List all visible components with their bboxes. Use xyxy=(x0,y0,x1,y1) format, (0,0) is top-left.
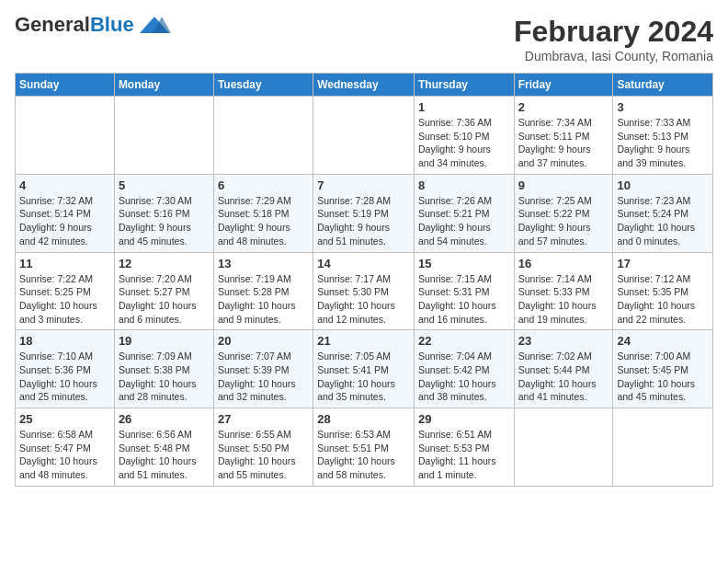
table-cell: 27Sunrise: 6:55 AMSunset: 5:50 PMDayligh… xyxy=(213,408,313,487)
day-number: 13 xyxy=(218,257,309,270)
week-row-4: 18Sunrise: 7:10 AMSunset: 5:36 PMDayligh… xyxy=(16,330,713,408)
day-number: 15 xyxy=(418,257,510,270)
logo-blue: Blue xyxy=(90,13,134,36)
table-cell: 11Sunrise: 7:22 AMSunset: 5:25 PMDayligh… xyxy=(16,252,115,330)
table-cell: 17Sunrise: 7:12 AMSunset: 5:35 PMDayligh… xyxy=(613,252,713,330)
table-cell: 10Sunrise: 7:23 AMSunset: 5:24 PMDayligh… xyxy=(613,174,713,252)
day-number: 7 xyxy=(317,178,410,192)
weekday-header-row: Sunday Monday Tuesday Wednesday Thursday… xyxy=(16,74,713,97)
day-info: Sunrise: 7:00 AMSunset: 5:45 PMDaylight:… xyxy=(617,350,709,404)
day-info: Sunrise: 7:28 AMSunset: 5:19 PMDaylight:… xyxy=(317,194,410,248)
table-cell: 23Sunrise: 7:02 AMSunset: 5:44 PMDayligh… xyxy=(514,330,613,408)
day-number: 21 xyxy=(317,334,410,348)
day-number: 16 xyxy=(518,257,609,270)
day-number: 12 xyxy=(119,257,210,270)
day-info: Sunrise: 7:34 AMSunset: 5:11 PMDaylight:… xyxy=(518,116,609,170)
table-cell xyxy=(213,97,313,175)
logo-general: General xyxy=(15,13,90,36)
day-info: Sunrise: 7:02 AMSunset: 5:44 PMDaylight:… xyxy=(518,350,609,404)
week-row-1: 1Sunrise: 7:36 AMSunset: 5:10 PMDaylight… xyxy=(16,97,713,175)
day-info: Sunrise: 7:20 AMSunset: 5:27 PMDaylight:… xyxy=(119,272,210,327)
day-number: 8 xyxy=(418,178,510,192)
table-cell: 26Sunrise: 6:56 AMSunset: 5:48 PMDayligh… xyxy=(114,408,213,487)
table-cell: 12Sunrise: 7:20 AMSunset: 5:27 PMDayligh… xyxy=(114,252,213,330)
day-info: Sunrise: 7:26 AMSunset: 5:21 PMDaylight:… xyxy=(418,194,510,248)
page-header: GeneralBlue February 2024 Dumbrava, Iasi… xyxy=(15,15,713,63)
table-cell: 24Sunrise: 7:00 AMSunset: 5:45 PMDayligh… xyxy=(613,330,713,408)
day-info: Sunrise: 7:23 AMSunset: 5:24 PMDaylight:… xyxy=(617,194,709,248)
table-cell: 22Sunrise: 7:04 AMSunset: 5:42 PMDayligh… xyxy=(414,330,514,408)
week-row-2: 4Sunrise: 7:32 AMSunset: 5:14 PMDaylight… xyxy=(16,174,713,252)
day-number: 19 xyxy=(119,334,210,348)
day-info: Sunrise: 7:05 AMSunset: 5:41 PMDaylight:… xyxy=(317,350,410,404)
table-cell: 4Sunrise: 7:32 AMSunset: 5:14 PMDaylight… xyxy=(16,174,115,252)
table-cell: 28Sunrise: 6:53 AMSunset: 5:51 PMDayligh… xyxy=(313,408,415,487)
day-number: 23 xyxy=(518,334,609,348)
day-info: Sunrise: 7:32 AMSunset: 5:14 PMDaylight:… xyxy=(19,194,110,248)
day-number: 14 xyxy=(317,257,410,270)
table-cell: 21Sunrise: 7:05 AMSunset: 5:41 PMDayligh… xyxy=(313,330,415,408)
day-number: 24 xyxy=(617,334,709,348)
day-number: 28 xyxy=(317,412,410,426)
day-number: 4 xyxy=(19,178,110,192)
day-info: Sunrise: 7:04 AMSunset: 5:42 PMDaylight:… xyxy=(418,350,510,404)
table-cell: 3Sunrise: 7:33 AMSunset: 5:13 PMDaylight… xyxy=(613,97,713,175)
table-cell: 2Sunrise: 7:34 AMSunset: 5:11 PMDaylight… xyxy=(514,97,613,175)
table-cell: 7Sunrise: 7:28 AMSunset: 5:19 PMDaylight… xyxy=(313,174,415,252)
day-number: 6 xyxy=(218,178,309,192)
day-info: Sunrise: 7:07 AMSunset: 5:39 PMDaylight:… xyxy=(218,350,309,404)
table-cell: 14Sunrise: 7:17 AMSunset: 5:30 PMDayligh… xyxy=(313,252,415,330)
day-info: Sunrise: 6:51 AMSunset: 5:53 PMDaylight:… xyxy=(418,428,510,482)
day-number: 5 xyxy=(119,178,210,192)
title-area: February 2024 Dumbrava, Iasi County, Rom… xyxy=(514,15,713,63)
day-info: Sunrise: 7:10 AMSunset: 5:36 PMDaylight:… xyxy=(19,350,110,404)
day-info: Sunrise: 7:25 AMSunset: 5:22 PMDaylight:… xyxy=(518,194,609,248)
day-number: 10 xyxy=(617,178,709,192)
day-info: Sunrise: 7:09 AMSunset: 5:38 PMDaylight:… xyxy=(119,350,210,404)
day-number: 25 xyxy=(19,412,110,426)
table-cell: 18Sunrise: 7:10 AMSunset: 5:36 PMDayligh… xyxy=(16,330,115,408)
day-info: Sunrise: 6:53 AMSunset: 5:51 PMDaylight:… xyxy=(317,428,410,482)
day-info: Sunrise: 7:15 AMSunset: 5:31 PMDaylight:… xyxy=(418,272,510,327)
table-cell xyxy=(313,97,415,175)
table-cell xyxy=(114,97,213,175)
header-thursday: Thursday xyxy=(414,74,514,97)
header-friday: Friday xyxy=(514,74,613,97)
day-number: 2 xyxy=(518,100,609,114)
day-info: Sunrise: 7:14 AMSunset: 5:33 PMDaylight:… xyxy=(518,272,609,327)
day-info: Sunrise: 7:17 AMSunset: 5:30 PMDaylight:… xyxy=(317,272,410,327)
table-cell: 29Sunrise: 6:51 AMSunset: 5:53 PMDayligh… xyxy=(414,408,514,487)
day-info: Sunrise: 7:19 AMSunset: 5:28 PMDaylight:… xyxy=(218,272,309,327)
table-cell: 6Sunrise: 7:29 AMSunset: 5:18 PMDaylight… xyxy=(213,174,313,252)
day-number: 3 xyxy=(617,100,709,114)
week-row-3: 11Sunrise: 7:22 AMSunset: 5:25 PMDayligh… xyxy=(16,252,713,330)
table-cell xyxy=(613,408,713,487)
table-cell: 13Sunrise: 7:19 AMSunset: 5:28 PMDayligh… xyxy=(213,252,313,330)
day-number: 11 xyxy=(19,257,110,270)
header-monday: Monday xyxy=(114,74,213,97)
day-number: 26 xyxy=(119,412,210,426)
table-cell xyxy=(16,97,115,175)
week-row-5: 25Sunrise: 6:58 AMSunset: 5:47 PMDayligh… xyxy=(16,408,713,487)
day-info: Sunrise: 6:56 AMSunset: 5:48 PMDaylight:… xyxy=(119,428,210,482)
day-number: 1 xyxy=(418,100,510,114)
table-cell: 15Sunrise: 7:15 AMSunset: 5:31 PMDayligh… xyxy=(414,252,514,330)
day-info: Sunrise: 6:55 AMSunset: 5:50 PMDaylight:… xyxy=(218,428,309,482)
day-number: 9 xyxy=(518,178,609,192)
day-info: Sunrise: 7:29 AMSunset: 5:18 PMDaylight:… xyxy=(218,194,309,248)
day-number: 22 xyxy=(418,334,510,348)
table-cell: 20Sunrise: 7:07 AMSunset: 5:39 PMDayligh… xyxy=(213,330,313,408)
logo: GeneralBlue xyxy=(15,15,171,35)
day-info: Sunrise: 7:12 AMSunset: 5:35 PMDaylight:… xyxy=(617,272,709,327)
day-number: 20 xyxy=(218,334,309,348)
table-cell: 25Sunrise: 6:58 AMSunset: 5:47 PMDayligh… xyxy=(16,408,115,487)
table-cell xyxy=(514,408,613,487)
calendar-subtitle: Dumbrava, Iasi County, Romania xyxy=(514,49,713,63)
header-sunday: Sunday xyxy=(16,74,115,97)
table-cell: 9Sunrise: 7:25 AMSunset: 5:22 PMDaylight… xyxy=(514,174,613,252)
logo-icon xyxy=(138,15,171,35)
day-info: Sunrise: 6:58 AMSunset: 5:47 PMDaylight:… xyxy=(19,428,110,482)
day-info: Sunrise: 7:22 AMSunset: 5:25 PMDaylight:… xyxy=(19,272,110,327)
header-wednesday: Wednesday xyxy=(313,74,415,97)
table-cell: 8Sunrise: 7:26 AMSunset: 5:21 PMDaylight… xyxy=(414,174,514,252)
